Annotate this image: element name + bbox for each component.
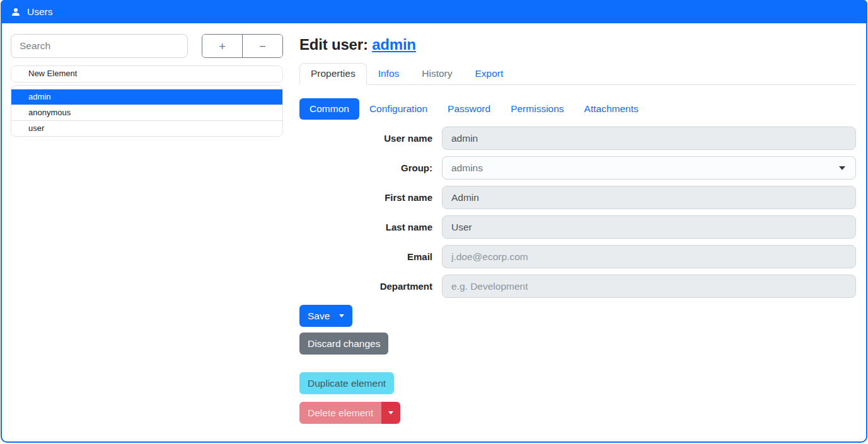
subtab-bar: Common Configuration Password Permission… — [299, 98, 856, 120]
subtab-configuration[interactable]: Configuration — [359, 98, 437, 120]
add-remove-button-group: + − — [202, 34, 283, 58]
group-select-value: admins — [451, 162, 483, 174]
group-select[interactable]: admins — [442, 156, 856, 179]
save-button[interactable]: Save — [299, 305, 352, 327]
page-title-prefix: Edit user: — [299, 36, 368, 53]
delete-element-button: Delete element — [299, 402, 381, 424]
chevron-down-icon — [839, 166, 845, 170]
new-element-list: New Element — [11, 65, 283, 83]
main-panel: Edit user: admin Properties Infos Histor… — [299, 34, 856, 441]
delete-split-button: Delete element — [299, 402, 856, 424]
delete-dropdown-toggle[interactable] — [381, 402, 400, 424]
save-button-label: Save — [308, 310, 330, 322]
form-row: User name — [299, 127, 856, 150]
discard-row: Discard changes — [299, 333, 856, 355]
current-user-link[interactable]: admin — [372, 36, 416, 53]
person-icon — [11, 7, 21, 17]
lastname-field — [442, 215, 856, 239]
tab-history: History — [410, 63, 463, 85]
app-title: Users — [27, 6, 52, 18]
subtab-permissions[interactable]: Permissions — [501, 98, 574, 120]
firstname-label: First name — [299, 192, 432, 203]
sidebar-toolbar: + − — [11, 34, 283, 58]
user-list: admin anonymous user — [11, 85, 283, 137]
action-buttons: Save Discard changes Duplicate element D… — [299, 305, 856, 424]
form-row: Group: admins — [299, 156, 856, 179]
form-row: Last name — [299, 215, 856, 239]
form-row: Email — [299, 245, 856, 268]
sidebar: + − New Element admin anonymous user — [11, 34, 283, 441]
form-row: First name — [299, 186, 856, 209]
chevron-down-icon — [388, 411, 393, 414]
users-card: Users + − New Element admin anonymous us… — [1, 0, 867, 443]
tab-bar: Properties Infos History Export — [299, 63, 856, 85]
email-field — [442, 245, 856, 268]
group-label: Group: — [299, 162, 432, 173]
username-field — [442, 127, 856, 150]
duplicate-element-button: Duplicate element — [299, 372, 394, 394]
subtab-common[interactable]: Common — [299, 98, 359, 120]
tab-infos[interactable]: Infos — [367, 63, 411, 85]
tab-export[interactable]: Export — [464, 63, 515, 85]
subtab-attachments[interactable]: Attachments — [574, 98, 649, 120]
search-input[interactable] — [11, 34, 188, 58]
subtab-password[interactable]: Password — [437, 98, 501, 120]
list-item-user[interactable]: user — [11, 120, 282, 136]
email-label: Email — [299, 251, 432, 262]
firstname-field — [442, 186, 856, 209]
remove-element-button[interactable]: − — [243, 35, 282, 57]
app-header: Users — [2, 0, 866, 23]
tab-properties[interactable]: Properties — [299, 63, 367, 85]
lastname-label: Last name — [299, 222, 432, 232]
chevron-down-icon — [339, 314, 344, 317]
list-item-new-element[interactable]: New Element — [11, 66, 282, 82]
list-item-admin[interactable]: admin — [11, 89, 282, 105]
page-title: Edit user: admin — [299, 36, 856, 54]
department-label: Department — [299, 281, 432, 292]
list-item-anonymous[interactable]: anonymous — [11, 105, 282, 120]
username-label: User name — [299, 133, 432, 144]
form-row: Department — [299, 275, 856, 298]
add-element-button[interactable]: + — [202, 35, 243, 57]
duplicate-row: Duplicate element — [299, 372, 856, 394]
user-form: User name Group: admins First name Last … — [299, 127, 856, 298]
discard-changes-button[interactable]: Discard changes — [299, 333, 388, 355]
save-row: Save — [299, 305, 856, 327]
card-body: + − New Element admin anonymous user Edi… — [2, 23, 866, 441]
department-field — [442, 275, 856, 298]
